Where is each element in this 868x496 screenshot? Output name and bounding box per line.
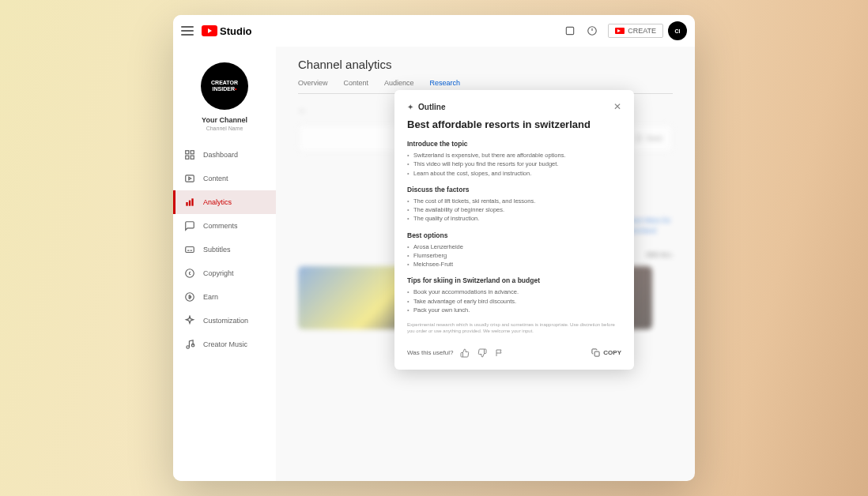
svg-rect-7	[186, 175, 194, 182]
outline-bullet: The availability of beginner slopes.	[407, 205, 621, 214]
svg-rect-20	[594, 351, 599, 356]
channel-name: Your Channel	[202, 116, 247, 124]
outline-bullet: Switzerland is expensive, but there are …	[407, 151, 621, 160]
sidebar-item-customization[interactable]: Customization	[173, 309, 276, 333]
dashboard-icon	[184, 149, 195, 160]
outline-bullet: This video will help you find the resort…	[407, 160, 621, 168]
sidebar-item-subtitles[interactable]: Subtitles	[173, 238, 276, 261]
outline-bullet: Melchsee-Frutt	[407, 260, 621, 269]
tab-content[interactable]: Content	[344, 79, 369, 93]
customization-icon	[184, 315, 195, 326]
outline-bullet: The quality of instruction.	[407, 214, 621, 223]
outline-bullet: Book your accommodations in advance.	[407, 287, 621, 296]
sidebar-item-dashboard[interactable]: Dashboard	[173, 143, 276, 167]
earn-icon	[184, 291, 195, 302]
outline-section-list: Switzerland is expensive, but there are …	[407, 151, 621, 178]
sidebar-item-copyright[interactable]: Copyright	[173, 261, 276, 285]
account-avatar[interactable]: CI	[668, 21, 687, 40]
thumbs-down-icon[interactable]	[477, 348, 488, 359]
useful-label: Was this useful?	[407, 349, 453, 356]
sidebar-item-creator-music[interactable]: Creator Music	[173, 333, 276, 356]
svg-marker-8	[189, 177, 191, 180]
notifications-icon[interactable]	[584, 23, 600, 39]
svg-rect-5	[186, 156, 189, 159]
modal-title: Best affordable resorts in switzerland	[407, 118, 621, 130]
channel-subtext: Channel Name	[206, 126, 243, 131]
outline-bullet: Arosa Lenzerheide	[407, 242, 621, 251]
comments-icon	[184, 220, 195, 231]
analytics-icon	[184, 197, 195, 208]
page-title: Channel analytics	[298, 58, 673, 71]
video-thumbnail[interactable]	[298, 266, 409, 329]
close-icon[interactable]: ✕	[613, 101, 621, 112]
create-button[interactable]: CREATE	[608, 24, 663, 38]
svg-rect-9	[186, 202, 187, 206]
youtube-studio-logo[interactable]: Studio	[202, 25, 251, 37]
outline-bullet: The cost of lift tickets, ski rentals, a…	[407, 197, 621, 205]
save-button[interactable]: Save	[635, 134, 662, 142]
app-header: Studio CREATE CI	[173, 15, 695, 47]
sidebar-item-comments[interactable]: Comments	[173, 214, 276, 238]
outline-modal: ✦ Outline ✕ Best affordable resorts in s…	[394, 90, 634, 370]
sparkle-icon: ✦	[407, 103, 413, 111]
svg-rect-4	[191, 151, 194, 154]
disclaimer-text: Experimental research which is usually c…	[407, 322, 621, 335]
thumbs-up-icon[interactable]	[459, 348, 470, 359]
copy-button[interactable]: COPY	[591, 348, 621, 357]
outline-bullet: Pack your own lunch.	[407, 306, 621, 314]
brand-text: Studio	[220, 25, 251, 37]
outline-sections: Introduce the topicSwitzerland is expens…	[407, 140, 621, 314]
svg-rect-6	[191, 156, 194, 159]
svg-rect-10	[189, 201, 191, 206]
hamburger-menu-icon[interactable]	[181, 26, 194, 36]
svg-rect-11	[191, 198, 193, 205]
svg-rect-0	[566, 27, 573, 34]
outline-section-list: Book your accommodations in advance.Take…	[407, 287, 621, 314]
sidebar: CREATOR INSIDER• Your Channel Channel Na…	[173, 47, 276, 481]
svg-rect-12	[186, 247, 194, 253]
outline-bullet: Take advantage of early bird discounts.	[407, 297, 621, 306]
back-arrow-icon[interactable]: ←	[298, 105, 308, 116]
tab-overview[interactable]: Overview	[298, 79, 328, 93]
outline-section-heading: Introduce the topic	[407, 140, 621, 148]
channel-logo: CREATOR INSIDER•	[201, 62, 248, 110]
outline-section-heading: Tips for skiing in Switzerland on a budg…	[407, 276, 621, 284]
modal-tag: Outline	[418, 103, 445, 111]
sidebar-item-earn[interactable]: Earn	[173, 285, 276, 309]
music-icon	[184, 339, 195, 350]
help-icon[interactable]	[562, 23, 578, 39]
svg-rect-3	[186, 151, 189, 154]
outline-section-heading: Discuss the factors	[407, 186, 621, 194]
outline-section-list: The cost of lift tickets, ski rentals, a…	[407, 197, 621, 224]
outline-section-list: Arosa LenzerheideFlumserbergMelchsee-Fru…	[407, 242, 621, 269]
sidebar-item-content[interactable]: Content	[173, 167, 276, 190]
outline-bullet: Flumserberg	[407, 251, 621, 260]
content-icon	[184, 173, 195, 184]
studio-app-window: Studio CREATE CI CREATOR INSIDER• Your C…	[173, 15, 695, 481]
subtitles-icon	[184, 244, 195, 255]
outline-section-heading: Best options	[407, 231, 621, 239]
see-all-link[interactable]: SEE ALL	[647, 251, 673, 258]
youtube-play-icon	[202, 25, 217, 36]
channel-block[interactable]: CREATOR INSIDER• Your Channel Channel Na…	[173, 54, 276, 143]
report-icon[interactable]	[494, 348, 505, 359]
copyright-icon	[184, 268, 195, 279]
record-icon	[615, 28, 625, 34]
outline-bullet: Learn about the cost, slopes, and instru…	[407, 169, 621, 178]
sidebar-item-analytics[interactable]: Analytics	[173, 190, 276, 214]
